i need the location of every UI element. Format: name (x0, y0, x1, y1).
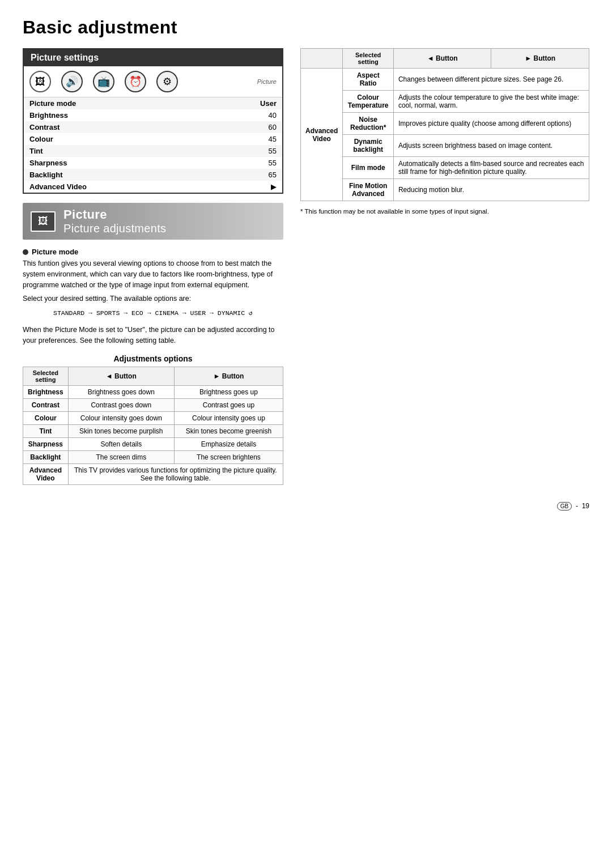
bullet-icon (23, 249, 28, 255)
film-mode-desc: Automatically detects a film-based sourc… (393, 157, 589, 179)
table-row: Colour Colour intensity goes down Colour… (23, 411, 283, 424)
adjustments-title: Adjustments options (23, 354, 283, 363)
noise-reduction-desc: Improves picture quality (choose among d… (393, 113, 589, 135)
table-row: Brightness 40 (24, 109, 282, 121)
table-row: Tint 55 (24, 145, 282, 157)
mode-flow: STANDARD → SPORTS → ECO → CINEMA → USER … (23, 309, 283, 317)
noise-reduction-label: NoiseReduction* (343, 113, 394, 135)
col-left-btn: ◄ Button (68, 367, 174, 385)
picture-mode-desc2: Select your desired setting. The availab… (23, 293, 283, 304)
aspect-ratio-desc: Changes between different picture sizes.… (393, 69, 589, 91)
table-row: AdvancedVideo This TV provides various f… (23, 463, 283, 484)
icon-settings[interactable]: ⚙ (156, 71, 178, 92)
table-row: Brightness Brightness goes down Brightne… (23, 385, 283, 398)
table-row: Colour 45 (24, 133, 282, 145)
table-row: Backlight 65 (24, 169, 282, 181)
table-row: Contrast Contrast goes down Contrast goe… (23, 398, 283, 411)
table-row: Sharpness 55 (24, 157, 282, 169)
table-row: Advanced Video ▶ (24, 181, 282, 193)
advanced-video-label: AdvancedVideo (301, 69, 343, 201)
picture-mode-desc1: This funtion gives you several viewing o… (23, 258, 283, 290)
gb-badge: GB (557, 502, 572, 510)
table-row: Sharpness Soften details Emphasize detai… (23, 437, 283, 450)
advanced-video-table: Selectedsetting ◄ Button ► Button Advanc… (300, 48, 589, 201)
col-right-btn: ► Button (174, 367, 283, 385)
col-selected: Selectedsetting (23, 367, 69, 385)
banner-subtitle: Picture adjustments (63, 222, 166, 235)
table-row: NoiseReduction* Improves picture quality… (301, 113, 589, 135)
table-row: AdvancedVideo Aspect Ratio Changes betwe… (301, 69, 589, 91)
col-empty (301, 49, 343, 69)
page-number: GB - 19 (23, 502, 589, 510)
col-left-button: ◄ Button (393, 49, 491, 69)
icon-tv[interactable]: 📺 (93, 71, 114, 92)
table-row: Fine MotionAdvanced Reducing motion blur… (301, 179, 589, 201)
banner-title: Picture (63, 207, 166, 222)
film-mode-label: Film mode (343, 157, 394, 179)
table-row: Backlight The screen dims The screen bri… (23, 450, 283, 463)
fine-motion-label: Fine MotionAdvanced (343, 179, 394, 201)
dynamic-backlight-desc: Adjusts screen brightness based on image… (393, 135, 589, 157)
table-row: Picture mode User (24, 97, 282, 109)
col-selected-setting: Selectedsetting (343, 49, 394, 69)
icon-sound[interactable]: 🔊 (61, 71, 83, 92)
icon-bar: 🖼 🔊 📺 ⏰ ⚙ Picture (24, 66, 282, 97)
table-row: ColourTemperature Adjusts the colour tem… (301, 91, 589, 113)
picture-mode-note: When the Picture Mode is set to "User", … (23, 325, 283, 346)
aspect-ratio-label: Aspect Ratio (343, 69, 394, 91)
footnote: * This function may be not available in … (300, 207, 589, 216)
picture-settings-box: Picture settings 🖼 🔊 📺 ⏰ ⚙ Picture Pictu… (23, 48, 283, 194)
picture-banner: 🖼 Picture Picture adjustments (23, 203, 283, 240)
table-row: Film mode Automatically detects a film-b… (301, 157, 589, 179)
section-title: Picture mode (23, 248, 283, 256)
adjustments-table: Selectedsetting ◄ Button ► Button Bright… (23, 367, 283, 485)
adjustments-section: Adjustments options Selectedsetting ◄ Bu… (23, 354, 283, 485)
icon-clock[interactable]: ⏰ (125, 71, 146, 92)
table-row: Dynamicbacklight Adjusts screen brightne… (301, 135, 589, 157)
page-title: Basic adjustment (23, 17, 589, 38)
picture-mode-section: Picture mode This funtion gives you seve… (23, 248, 283, 346)
table-row: Tint Skin tones become purplish Skin ton… (23, 424, 283, 437)
icon-picture[interactable]: 🖼 (29, 71, 51, 92)
picture-settings-header: Picture settings (24, 49, 282, 66)
banner-icon: 🖼 (31, 211, 56, 232)
table-label: Picture (257, 78, 277, 85)
dynamic-backlight-label: Dynamicbacklight (343, 135, 394, 157)
fine-motion-desc: Reducing motion blur. (393, 179, 589, 201)
table-row: Contrast 60 (24, 121, 282, 133)
colour-temp-label: ColourTemperature (343, 91, 394, 113)
colour-temp-desc: Adjusts the colour temperature to give t… (393, 91, 589, 113)
col-right-button: ► Button (491, 49, 589, 69)
settings-table: Picture mode User Brightness 40 Contrast… (24, 97, 282, 193)
